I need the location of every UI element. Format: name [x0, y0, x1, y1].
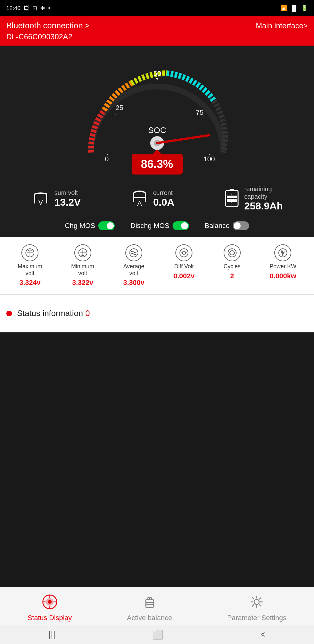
svg-text:V: V: [38, 198, 43, 206]
dot-icon: •: [48, 5, 50, 12]
volt-icon: V: [31, 189, 50, 208]
sum-volt-metric: V sum volt 13.2V: [31, 189, 81, 208]
svg-line-12: [157, 135, 209, 143]
svg-text:•: •: [107, 153, 107, 155]
svg-text:•: •: [203, 118, 204, 120]
svg-text:75: 75: [196, 108, 203, 116]
time-display: 12:40: [6, 5, 20, 12]
status-info-section: Status information 0: [0, 295, 314, 332]
chg-mos-switch[interactable]: [98, 221, 115, 230]
gauge-container: • 50 25 • 75 • 0 • 100 • SOC: [69, 52, 245, 178]
capacity-label: remainingcapacity: [244, 185, 283, 200]
chg-mos-toggle[interactable]: Chg MOS: [65, 221, 115, 230]
toggle-row: Chg MOS Dischg MOS Balance: [0, 217, 314, 237]
min-volt-stat: Minimumvolt 3.322v: [71, 244, 94, 287]
cycles-value: 2: [230, 272, 234, 280]
system-nav: ||| ⬜ <: [0, 625, 314, 644]
sum-volt-label: sum volt: [54, 189, 81, 197]
stats-row: Maximumvolt 3.324v Minimumvolt 3.322v Av…: [0, 237, 314, 295]
wifi-icon: 📶: [281, 5, 288, 12]
cycles-stat: Cycles 2: [224, 244, 241, 280]
status-info-label: Status information: [17, 308, 83, 318]
min-volt-icon: [74, 244, 91, 261]
active-balance-label: Active balance: [127, 614, 172, 622]
status-dot-icon: [6, 311, 12, 316]
home-button[interactable]: ⬜: [140, 630, 176, 640]
max-volt-stat: Maximumvolt 3.324v: [18, 244, 42, 287]
diff-volt-stat: Diff Volt 0.002v: [173, 244, 194, 280]
device-id: DL-C66C090302A2: [6, 32, 308, 41]
menu-button[interactable]: |||: [36, 630, 68, 640]
dischg-mos-label: Dischg MOS: [130, 222, 169, 230]
diff-volt-icon: [175, 244, 192, 261]
nav-status-display[interactable]: Status Display: [27, 592, 72, 622]
svg-text:0: 0: [105, 155, 108, 163]
diff-volt-value: 0.002v: [173, 272, 194, 280]
avg-volt-value: 3.300v: [123, 279, 144, 287]
svg-text:100: 100: [203, 155, 215, 163]
min-volt-label: Minimumvolt: [71, 263, 94, 277]
svg-rect-22: [230, 189, 234, 191]
svg-rect-48: [146, 599, 153, 608]
signal-icon: ▐▌: [290, 5, 298, 12]
cycles-label: Cycles: [224, 263, 241, 270]
parameter-settings-label: Parameter Settings: [227, 614, 286, 622]
gauge-section: • 50 25 • 75 • 0 • 100 • SOC: [0, 46, 314, 178]
svg-marker-39: [229, 252, 230, 254]
status-info-text: Status information 0: [17, 308, 90, 318]
sum-volt-value: 13.2V: [54, 197, 81, 208]
soc-value: 86.3%: [141, 158, 173, 170]
add-icon: ✚: [40, 5, 45, 12]
dischg-mos-toggle[interactable]: Dischg MOS: [130, 221, 189, 230]
avg-volt-stat: Averagevolt 3.300v: [123, 244, 144, 287]
chg-mos-label: Chg MOS: [65, 222, 95, 230]
capacity-value: 258.9Ah: [244, 200, 283, 212]
svg-text:25: 25: [115, 104, 123, 112]
dischg-mos-switch[interactable]: [173, 221, 189, 230]
svg-point-53: [254, 599, 259, 604]
power-kw-value: 0.000kw: [270, 272, 296, 280]
status-display-label: Status Display: [27, 614, 72, 622]
battery-icon: 🔋: [301, 5, 308, 12]
nav-parameter-settings[interactable]: Parameter Settings: [227, 592, 286, 622]
avg-volt-label: Averagevolt: [123, 263, 144, 277]
status-display-icon: [40, 592, 59, 611]
max-volt-label: Maximumvolt: [18, 263, 42, 277]
battery-capacity-icon: [224, 188, 240, 209]
avg-volt-icon: [125, 244, 142, 261]
min-volt-value: 3.322v: [72, 279, 93, 287]
svg-text:SOC: SOC: [148, 125, 166, 135]
svg-point-34: [182, 251, 186, 254]
metrics-row: V sum volt 13.2V A current 0.0A: [0, 178, 314, 217]
chevron-icon: >: [85, 21, 89, 31]
power-kw-stat: Power KW 0.000kw: [270, 244, 296, 280]
svg-point-32: [130, 249, 138, 257]
photo-icon: 🖼: [24, 5, 29, 12]
back-button[interactable]: <: [248, 630, 278, 640]
bluetooth-label: Bluetooth connection: [6, 21, 83, 31]
active-balance-icon: [140, 592, 159, 611]
svg-text:50: 50: [153, 69, 161, 77]
svg-point-43: [48, 600, 52, 604]
current-metric: A current 0.0A: [130, 188, 174, 209]
nav-active-balance[interactable]: Active balance: [127, 592, 172, 622]
power-kw-label: Power KW: [270, 263, 296, 270]
status-bar: 12:40 🖼 ⊡ ✚ • 📶 ▐▌ 🔋: [0, 0, 314, 16]
main-interface-link[interactable]: Main interface>: [256, 21, 308, 30]
balance-toggle[interactable]: Balance: [205, 221, 249, 230]
current-label: current: [153, 189, 174, 197]
diff-volt-label: Diff Volt: [174, 263, 194, 270]
balance-switch[interactable]: [233, 221, 249, 230]
ampere-icon: A: [130, 188, 149, 209]
capacity-metric: remainingcapacity 258.9Ah: [224, 185, 283, 212]
balance-label: Balance: [205, 222, 230, 230]
status-count: 0: [85, 308, 90, 318]
power-kw-icon: [274, 244, 291, 261]
max-volt-value: 3.324v: [19, 279, 40, 287]
bottom-nav: Status Display Active balance Parameter …: [0, 587, 314, 625]
header: Bluetooth connection > Main interface> D…: [0, 16, 314, 46]
parameter-settings-icon: [247, 592, 266, 611]
svg-text:•: •: [115, 113, 116, 115]
max-volt-icon: [21, 244, 38, 261]
bluetooth-connection-link[interactable]: Bluetooth connection >: [6, 21, 89, 31]
